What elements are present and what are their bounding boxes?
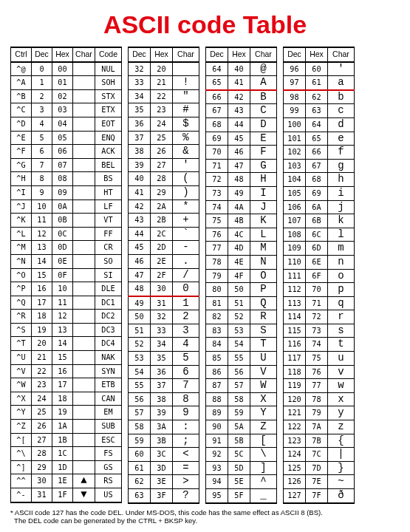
cell-char: O xyxy=(250,269,277,283)
cell-hex: 3A xyxy=(151,420,173,434)
cell-dec: 64 xyxy=(206,62,228,76)
cell-hex: 55 xyxy=(228,352,250,366)
cell-code: ENQ xyxy=(95,131,122,145)
cell-dec: 10 xyxy=(32,200,52,214)
col-hex: Hex xyxy=(52,47,73,62)
cell-dec: 120 xyxy=(284,392,306,406)
cell-ctrl: ^C xyxy=(11,103,32,117)
cell-dec: 100 xyxy=(284,117,306,132)
cell-hex: 31 xyxy=(151,296,173,310)
cell-hex: 37 xyxy=(151,379,173,393)
cell-ctrl: ^X xyxy=(11,392,32,406)
cell-char xyxy=(73,447,95,461)
cell-ctrl: ^[ xyxy=(11,433,32,447)
cell-char xyxy=(73,364,95,378)
cell-dec: 52 xyxy=(129,338,151,352)
table-row: 9660' xyxy=(284,62,355,76)
cell-char: - xyxy=(173,241,199,255)
cell-hex: 20 xyxy=(151,62,173,76)
cell-char: i xyxy=(328,186,355,200)
cell-hex: 23 xyxy=(151,103,173,117)
cell-hex: 3E xyxy=(151,475,173,489)
col-char: Char xyxy=(173,47,199,62)
cell-char xyxy=(73,131,95,145)
cell-code: SOH xyxy=(95,76,122,90)
col-char: Char xyxy=(73,47,95,62)
cell-dec: 87 xyxy=(206,379,228,393)
table-row: 633F? xyxy=(129,489,199,503)
cell-ctrl: ^@ xyxy=(11,62,32,76)
cell-dec: 54 xyxy=(129,365,151,379)
table-row: ^@000NUL xyxy=(11,62,122,76)
cell-dec: 37 xyxy=(129,131,151,145)
cell-char: u xyxy=(328,352,355,366)
table-row: 794FO xyxy=(206,269,277,283)
cell-char xyxy=(73,420,95,434)
cell-dec: 121 xyxy=(284,406,306,420)
cell-hex: 3B xyxy=(151,434,173,448)
cell-dec: 124 xyxy=(284,448,306,462)
cell-dec: 111 xyxy=(284,269,306,283)
cell-char: m xyxy=(328,242,355,256)
table-row: 3422" xyxy=(129,89,199,103)
cell-dec: 90 xyxy=(206,420,228,434)
cell-dec: 122 xyxy=(284,420,306,434)
cell-char: H xyxy=(250,173,277,187)
cell-char: e xyxy=(328,132,355,146)
cell-hex: 08 xyxy=(52,172,73,186)
cell-dec: 44 xyxy=(129,227,151,241)
cell-hex: 21 xyxy=(151,76,173,90)
cell-dec: 63 xyxy=(129,489,151,503)
cell-dec: 101 xyxy=(284,132,306,146)
cell-hex: 22 xyxy=(151,89,173,103)
cell-hex: 66 xyxy=(306,146,328,160)
cell-char: : xyxy=(173,420,199,434)
cell-dec: 55 xyxy=(129,379,151,393)
cell-dec: 110 xyxy=(284,255,306,269)
cell-dec: 97 xyxy=(284,76,306,90)
cell-char: 0 xyxy=(173,282,199,296)
cell-ctrl: ^Q xyxy=(11,296,32,310)
cell-dec: 20 xyxy=(32,337,52,351)
cell-hex: 7D xyxy=(306,461,328,475)
cell-hex: 30 xyxy=(151,282,173,296)
table-row: 1096Dm xyxy=(284,242,355,256)
table-row: ^J100ALF xyxy=(11,200,122,214)
cell-char: $ xyxy=(173,117,199,131)
cell-dec: 53 xyxy=(129,352,151,366)
cell-char: F xyxy=(250,146,277,160)
cell-dec: 0 xyxy=(32,62,52,76)
cell-char: r xyxy=(328,310,355,324)
cell-hex: 6B xyxy=(306,214,328,228)
table-row: 774DM xyxy=(206,242,277,256)
table-row: 8454T xyxy=(206,338,277,352)
cell-code: US xyxy=(95,488,122,502)
table-row: 744AJ xyxy=(206,200,277,214)
cell-char: T xyxy=(250,338,277,352)
table-row: ^P1610DLE xyxy=(11,282,122,296)
cell-char xyxy=(73,433,95,447)
footnote: * ASCII code 127 has the code DEL. Under… xyxy=(10,508,400,526)
table-row: 7147G xyxy=(206,159,277,173)
cell-dec: 127 xyxy=(284,489,306,503)
cell-char: ; xyxy=(173,434,199,448)
table-row: 9963c xyxy=(284,104,355,118)
cell-hex: 4C xyxy=(228,228,250,242)
cell-char xyxy=(73,172,95,186)
cell-dec: 92 xyxy=(206,448,228,462)
cell-char: ! xyxy=(173,76,199,90)
table-row: 3220 xyxy=(129,62,199,76)
cell-ctrl: ^J xyxy=(11,200,32,214)
cell-dec: 38 xyxy=(129,145,151,159)
cell-char: L xyxy=(250,228,277,242)
cell-char: + xyxy=(173,214,199,228)
table-row: 52344 xyxy=(129,338,199,352)
cell-char: } xyxy=(328,461,355,475)
cell-dec: 58 xyxy=(129,420,151,434)
cell-ctrl: ^V xyxy=(11,364,32,378)
cell-char: J xyxy=(250,200,277,214)
cell-hex: 45 xyxy=(228,132,250,146)
cell-dec: 12 xyxy=(32,227,52,241)
table-row: 8353S xyxy=(206,324,277,338)
cell-char: d xyxy=(328,117,355,132)
